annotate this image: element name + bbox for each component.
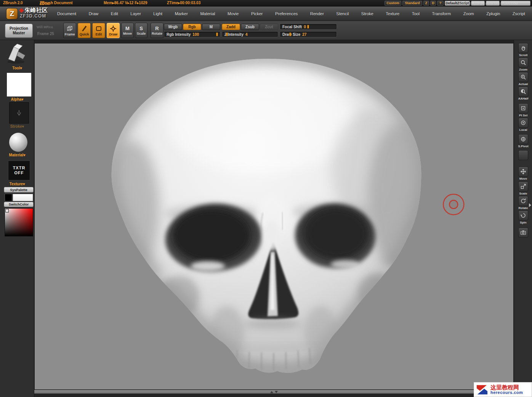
rotate-button[interactable]: R Rotate [151,23,163,38]
preset-button-3[interactable] [486,1,500,6]
point-select-button[interactable]: Pt Sel [514,103,532,117]
slider-marker [307,25,309,29]
syspalette-button[interactable]: SysPalette [4,187,34,193]
canvas-scrollbar[interactable] [34,390,514,394]
texture-thumbnail[interactable]: TXTR OFF [8,161,30,180]
crosshair-icon [110,25,117,32]
menu-picker[interactable]: Picker [251,11,263,16]
set-pivot-icon [520,136,526,142]
snapshot-camera-button[interactable] [514,228,532,238]
material-palette-label[interactable]: Material▾ [0,153,34,157]
scale-view-button[interactable]: Scale [514,182,532,195]
menu-material[interactable]: Material [200,11,215,16]
doc-prefix: ZDoc: [40,2,50,6]
menu-document[interactable]: Document [57,11,76,16]
aahalf-icon [520,88,526,95]
m-button[interactable]: M [202,24,220,30]
zsub-button[interactable]: Zsub [241,24,259,30]
menu-layer[interactable]: Layer [130,11,141,16]
switchcolor-button[interactable]: SwitchColor [4,202,34,207]
document-canvas[interactable] [34,43,514,390]
actual-size-button[interactable]: Actual [514,72,532,86]
move-button[interactable]: M Move [121,23,134,38]
help-button[interactable]: ? [437,1,444,6]
tool-palette-label[interactable]: Tool▾ [0,66,34,70]
custom-ui-button[interactable]: Custom [385,1,401,6]
zcut-button[interactable]: Zcut [260,24,278,30]
menu-transform[interactable]: Transform [432,11,451,16]
zoom-button[interactable]: Zoom [514,58,532,71]
menu-render[interactable]: Render [310,11,324,16]
document-title: ZDoc: ZBrush Document [40,1,73,5]
menu-edit[interactable]: Edit [111,11,118,16]
default-zscript-button[interactable]: DefaultZScript [445,1,470,6]
footer-watermark-url: herecours.com [490,391,523,395]
set-pivot-button[interactable]: S.Pivot [514,134,532,148]
menu-light[interactable]: Light [153,11,162,16]
color-picker[interactable] [5,208,33,236]
point-select-icon [520,105,526,111]
memory-stats: Mem▸86.47 V▸12 F▸1029 [104,1,147,5]
rotate-letter-icon: R [155,26,159,31]
standard-ui-button[interactable]: Standard [402,1,422,6]
z-button[interactable]: Z [423,1,429,6]
menu-zscript[interactable]: Zscript [513,11,525,16]
focal-shift-slider[interactable]: Focal Shift 0 [280,24,337,30]
material-thumbnail[interactable] [9,133,27,152]
rgb-button[interactable]: Rgb [183,24,201,30]
draw-size-slider[interactable]: Draw Size 27 [280,31,337,37]
menu-tool[interactable]: Tool [412,11,420,16]
ghost-text-1: Will MRca [37,25,53,29]
menu-draw[interactable]: Draw [89,11,99,16]
ghost-text-2: Frame 25 [37,32,54,36]
scrollbar-arrows-icon[interactable] [270,391,278,393]
titlebar-buttons: Custom Standard Z D ? DefaultZScript [385,1,530,6]
d-button[interactable]: D [430,1,436,6]
main-color-swatch[interactable] [13,194,33,201]
spin-button[interactable]: Spin [514,211,532,224]
spin-icon [520,212,526,219]
empty-slot-button[interactable] [514,150,532,160]
rgb-intensity-slider[interactable]: Rgb Intensity 100 [164,31,220,37]
z-intensity-slider[interactable]: Z Intensity 4 [222,31,278,37]
local-pivot-icon [520,120,526,126]
projection-master-button[interactable]: Projection Master [5,24,33,38]
preset-button-2[interactable] [471,1,485,6]
menu-stroke[interactable]: Stroke [361,11,373,16]
alpha-thumbnail[interactable] [7,73,31,96]
menu-preferences[interactable]: Preferences [275,11,298,16]
menu-movie[interactable]: Movie [228,11,239,16]
stroke-palette-label[interactable]: Stroke▾ [0,124,34,129]
frame-button[interactable]: Frame [63,23,76,38]
zadd-button[interactable]: Zadd [222,24,240,30]
cube-frame-icon [66,25,73,32]
edit-button[interactable]: Edit [92,23,105,38]
draw-button[interactable]: Draw [107,23,120,38]
brush-icon [81,25,88,32]
top-shelf: Projection Master Will MRca Frame 25 Fra… [0,21,532,40]
menu-marker[interactable]: Marker [175,11,188,16]
menu-texture[interactable]: Texture [386,11,399,16]
menu-zoom[interactable]: Zoom [463,11,474,16]
texture-palette-label[interactable]: Texture▾ [0,182,34,186]
quick-button[interactable]: Quick [78,23,91,38]
alpha-palette-label[interactable]: Alpha▾ [0,97,34,101]
scroll-button[interactable]: Scroll [514,43,532,57]
menu-stencil[interactable]: Stencil [336,11,349,16]
move-view-button[interactable]: Move [514,167,532,180]
rotate-view-button[interactable]: Rotate [514,196,532,210]
menu-bar: Z Document Draw Edit Layer Light Marker … [0,6,532,21]
local-button[interactable]: Local [514,118,532,132]
stroke-thumbnail[interactable] [9,102,29,124]
secondary-color-swatch[interactable] [5,194,12,201]
panel-resize-handle[interactable] [529,203,531,207]
preset-button-4[interactable] [501,1,530,6]
edit-marquee-icon [95,25,102,32]
scale-button[interactable]: S Scale [135,23,147,38]
menu-zplugin[interactable]: Zplugin [486,11,500,16]
color-picker-marker [6,209,8,212]
aahalf-button[interactable]: AAHalf [514,87,532,100]
skull-model-render [35,43,513,389]
mrgb-button[interactable]: Mrgb [164,24,182,30]
simple-brush-tool-icon[interactable] [5,42,29,65]
